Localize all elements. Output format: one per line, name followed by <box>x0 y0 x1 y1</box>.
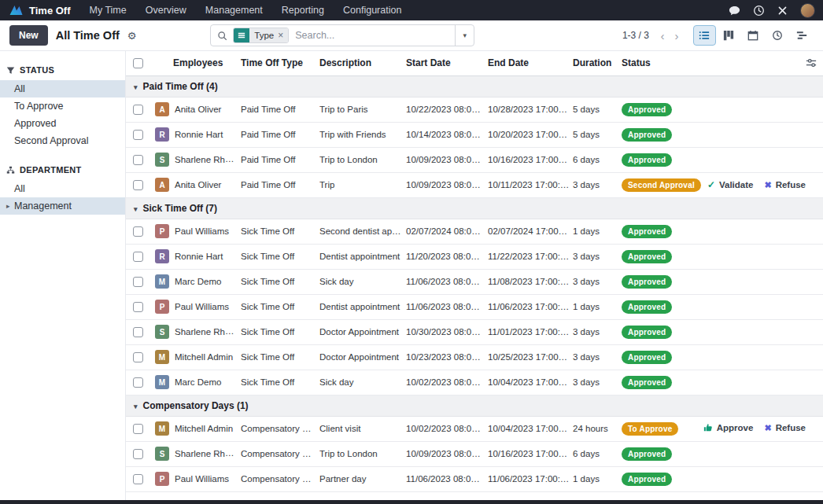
timeoff-row[interactable]: SSharlene Rhodes Sick Time Off Doctor Ap… <box>126 319 823 344</box>
collapse-caret-icon[interactable]: ▾ <box>134 205 138 213</box>
row-checkbox[interactable] <box>133 352 143 362</box>
validate-button[interactable]: ✓Validate <box>707 179 754 190</box>
row-checkbox[interactable] <box>133 327 143 337</box>
search-dropdown-toggle[interactable]: ▾ <box>455 25 474 46</box>
menu-management[interactable]: Management <box>205 5 263 16</box>
sidebar-filter-item[interactable]: ▸ Management <box>0 197 125 215</box>
duration-cell: 5 days <box>573 122 622 147</box>
sidebar-filter-item[interactable]: All <box>0 80 125 97</box>
sidebar-filter-item[interactable]: To Approve <box>0 97 125 115</box>
status-badge: Approved <box>622 103 672 116</box>
group-header-row[interactable]: ▾Sick Time Off (7) <box>126 197 823 219</box>
search-panel: STATUS All To Approve Approved Second Ap… <box>0 51 126 500</box>
approve-button[interactable]: Approve <box>703 423 754 433</box>
timeoff-row[interactable]: MMarc Demo Sick Time Off Sick day 10/02/… <box>126 370 823 395</box>
menu-reporting[interactable]: Reporting <box>282 5 324 16</box>
column-header-status[interactable]: Status <box>622 51 697 75</box>
collapse-caret-icon[interactable]: ▾ <box>134 403 138 410</box>
timeoff-row[interactable]: AAnita Oliver Paid Time Off Trip 10/09/2… <box>126 172 823 197</box>
gear-icon[interactable]: ⚙ <box>127 30 137 42</box>
group-header-row[interactable]: ▾Paid Time Off (4) <box>126 75 823 97</box>
timeoff-row[interactable]: SSharlene Rhodes Compensatory Days Trip … <box>126 441 823 466</box>
status-badge: Approved <box>622 447 672 461</box>
timeoff-row[interactable]: PPaul Williams Sick Time Off Dentist app… <box>126 294 823 319</box>
row-checkbox[interactable] <box>133 130 143 140</box>
select-all-checkbox[interactable] <box>133 58 143 68</box>
pager-next-button[interactable]: › <box>670 29 684 42</box>
row-checkbox[interactable] <box>133 252 143 262</box>
search-bar[interactable]: Type × Search... ▾ <box>210 24 474 46</box>
row-checkbox[interactable] <box>133 105 143 115</box>
timeoff-type-cell: Sick Time Off <box>241 294 319 319</box>
duration-cell: 3 days <box>573 244 622 269</box>
collapse-caret-icon[interactable]: ▾ <box>134 83 138 91</box>
timeoff-row[interactable]: RRonnie Hart Sick Time Off Dentist appoi… <box>126 244 823 269</box>
row-checkbox[interactable] <box>133 155 143 165</box>
messages-icon[interactable] <box>729 5 740 17</box>
sidebar-filter-item[interactable]: Second Approval <box>0 132 125 149</box>
menu-overview[interactable]: Overview <box>146 5 186 16</box>
description-cell: Sick day <box>319 370 406 395</box>
timeoff-row[interactable]: AAnita Oliver Paid Time Off Trip to Pari… <box>126 97 823 122</box>
timeoff-row[interactable]: PPaul Williams Compensatory Days Partner… <box>126 466 823 491</box>
employee-avatar: P <box>155 224 169 238</box>
column-header-type[interactable]: Time Off Type <box>241 51 319 75</box>
row-checkbox[interactable] <box>133 226 143 237</box>
timeoff-row[interactable]: SSharlene Rhodes Paid Time Off Trip to L… <box>126 147 823 172</box>
row-checkbox[interactable] <box>133 377 143 388</box>
refuse-label: Refuse <box>776 180 806 189</box>
status-badge: Approved <box>622 225 672 238</box>
timeoff-row[interactable]: MMitchell Admin Compensatory Days Client… <box>126 416 823 441</box>
row-checkbox[interactable] <box>133 424 143 434</box>
timeoff-row[interactable]: MMarc Demo Sick Time Off Sick day 11/06/… <box>126 269 823 294</box>
group-header-row[interactable]: ▾Compensatory Days (1) <box>126 395 823 416</box>
employee-name: Marc Demo <box>175 377 221 387</box>
employee-name: Mitchell Admin <box>175 352 233 362</box>
timeoff-row[interactable]: RRonnie Hart Paid Time Off Trip with Fri… <box>126 122 823 147</box>
pager-previous-button[interactable]: ‹ <box>655 29 670 42</box>
new-button[interactable]: New <box>9 25 48 46</box>
tools-icon[interactable] <box>777 6 788 16</box>
sidebar-filter-item[interactable]: All <box>0 180 125 197</box>
view-activity-button[interactable] <box>766 25 789 46</box>
user-avatar[interactable] <box>800 3 815 18</box>
end-date-cell: 11/06/2023 17:00:… <box>488 294 573 319</box>
app-logo-icon[interactable] <box>9 5 23 16</box>
department-icon <box>6 166 15 175</box>
column-header-employees[interactable]: Employees <box>153 51 241 75</box>
view-list-button[interactable] <box>693 25 716 46</box>
sidebar-filter-item[interactable]: Approved <box>0 115 125 132</box>
refuse-button[interactable]: ✖Refuse <box>764 179 806 190</box>
app-name[interactable]: Time Off <box>29 5 71 17</box>
row-checkbox[interactable] <box>133 277 143 287</box>
facet-remove-icon[interactable]: × <box>278 30 283 41</box>
column-header-duration[interactable]: Duration <box>573 51 622 75</box>
row-checkbox[interactable] <box>133 180 143 190</box>
breadcrumb-title: All Time Off <box>56 29 120 42</box>
description-cell: Client visit <box>319 416 406 441</box>
column-header-end-date[interactable]: End Date <box>488 51 573 75</box>
view-gantt-button[interactable] <box>791 25 814 46</box>
end-date-cell: 10/28/2023 17:00:… <box>488 97 573 122</box>
end-date-cell: 11/08/2023 17:00:… <box>488 269 573 294</box>
control-panel: New All Time Off ⚙ Type × Search... ▾ 1-… <box>0 20 823 51</box>
menu-configuration[interactable]: Configuration <box>343 5 401 16</box>
optional-columns-icon[interactable] <box>806 57 817 68</box>
refuse-button[interactable]: ✖Refuse <box>764 423 806 433</box>
duration-cell: 1 days <box>573 466 622 491</box>
menu-my-time[interactable]: My Time <box>90 5 127 16</box>
timeoff-row[interactable]: PPaul Williams Sick Time Off Second dent… <box>126 219 823 244</box>
activities-icon[interactable] <box>753 5 765 17</box>
row-checkbox[interactable] <box>133 449 143 459</box>
start-date-cell: 10/09/2023 08:00:… <box>406 147 488 172</box>
search-input[interactable]: Search... <box>295 30 455 41</box>
row-checkbox[interactable] <box>133 302 143 312</box>
view-calendar-button[interactable] <box>742 25 765 46</box>
timeoff-row[interactable]: MMitchell Admin Sick Time Off Doctor App… <box>126 344 823 370</box>
column-header-description[interactable]: Description <box>319 51 406 75</box>
row-actions: ✓Validate ✖Refuse <box>707 179 806 190</box>
description-cell: Doctor Appointment <box>319 319 406 344</box>
row-checkbox[interactable] <box>133 474 143 484</box>
view-kanban-button[interactable] <box>718 25 740 46</box>
column-header-start-date[interactable]: Start Date <box>406 51 488 75</box>
